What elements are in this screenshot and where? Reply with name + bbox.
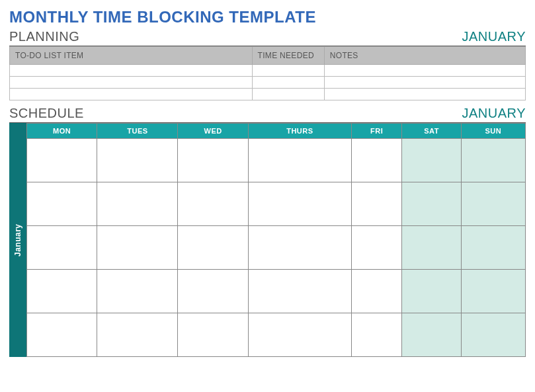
planning-cell-item[interactable] xyxy=(10,65,253,77)
schedule-header-tues: TUES xyxy=(97,124,178,139)
schedule-cell[interactable] xyxy=(248,226,351,270)
schedule-week-row xyxy=(27,270,526,313)
schedule-cell-weekend[interactable] xyxy=(461,313,525,357)
planning-cell-item[interactable] xyxy=(10,89,253,100)
schedule-cell[interactable] xyxy=(97,226,178,270)
schedule-month-label: JANUARY xyxy=(462,106,526,121)
schedule-cell[interactable] xyxy=(178,270,248,313)
schedule-week-row xyxy=(27,226,526,270)
schedule-cell-weekend[interactable] xyxy=(461,270,525,313)
schedule-section-bar: SCHEDULE JANUARY xyxy=(9,106,526,123)
planning-cell-notes[interactable] xyxy=(324,65,525,77)
schedule-cell[interactable] xyxy=(178,313,248,357)
planning-row xyxy=(10,77,526,89)
schedule-cell[interactable] xyxy=(27,313,97,357)
planning-section-label: PLANNING xyxy=(9,29,79,44)
schedule-cell[interactable] xyxy=(97,182,178,226)
schedule-cell[interactable] xyxy=(248,270,351,313)
schedule-cell[interactable] xyxy=(352,182,402,226)
planning-cell-time[interactable] xyxy=(252,89,324,100)
schedule-cell[interactable] xyxy=(352,313,402,357)
planning-table: TO-DO LIST ITEM TIME NEEDED NOTES xyxy=(9,46,526,100)
schedule-cell-weekend[interactable] xyxy=(402,313,461,357)
schedule-cell-weekend[interactable] xyxy=(461,182,525,226)
planning-cell-item[interactable] xyxy=(10,77,253,89)
schedule-cell[interactable] xyxy=(27,226,97,270)
schedule-header-thurs: THURS xyxy=(248,124,351,139)
schedule-cell[interactable] xyxy=(27,139,97,182)
schedule-header-mon: MON xyxy=(27,124,97,139)
planning-cell-time[interactable] xyxy=(252,77,324,89)
schedule-wrap: January MON TUES WED THURS FRI SAT SUN xyxy=(9,123,526,357)
planning-header-notes: NOTES xyxy=(324,47,525,65)
schedule-cell-weekend[interactable] xyxy=(402,226,461,270)
schedule-cell-weekend[interactable] xyxy=(402,139,461,182)
schedule-cell[interactable] xyxy=(97,313,178,357)
schedule-header-fri: FRI xyxy=(352,124,402,139)
schedule-cell[interactable] xyxy=(178,139,248,182)
schedule-cell[interactable] xyxy=(178,226,248,270)
schedule-week-row xyxy=(27,313,526,357)
planning-section-bar: PLANNING JANUARY xyxy=(9,29,526,46)
schedule-cell[interactable] xyxy=(352,270,402,313)
planning-header-item: TO-DO LIST ITEM xyxy=(10,47,253,65)
schedule-cell[interactable] xyxy=(97,270,178,313)
planning-row xyxy=(10,65,526,77)
planning-month-label: JANUARY xyxy=(462,29,526,44)
planning-cell-notes[interactable] xyxy=(324,89,525,100)
schedule-header-wed: WED xyxy=(178,124,248,139)
schedule-table: MON TUES WED THURS FRI SAT SUN xyxy=(26,123,526,357)
schedule-cell[interactable] xyxy=(352,226,402,270)
schedule-cell[interactable] xyxy=(248,313,351,357)
schedule-cell-weekend[interactable] xyxy=(402,270,461,313)
schedule-cell[interactable] xyxy=(27,270,97,313)
schedule-cell[interactable] xyxy=(248,139,351,182)
schedule-month-sidebar: January xyxy=(9,123,26,357)
planning-header-time: TIME NEEDED xyxy=(252,47,324,65)
schedule-week-row xyxy=(27,139,526,182)
schedule-header-sat: SAT xyxy=(402,124,461,139)
schedule-cell-weekend[interactable] xyxy=(461,226,525,270)
planning-row xyxy=(10,89,526,100)
schedule-cell[interactable] xyxy=(27,182,97,226)
schedule-cell[interactable] xyxy=(248,182,351,226)
schedule-header-sun: SUN xyxy=(461,124,525,139)
page-title: MONTHLY TIME BLOCKING TEMPLATE xyxy=(9,8,526,26)
planning-cell-notes[interactable] xyxy=(324,77,525,89)
schedule-week-row xyxy=(27,182,526,226)
schedule-cell-weekend[interactable] xyxy=(402,182,461,226)
schedule-cell[interactable] xyxy=(178,182,248,226)
schedule-cell[interactable] xyxy=(97,139,178,182)
schedule-cell-weekend[interactable] xyxy=(461,139,525,182)
schedule-cell[interactable] xyxy=(352,139,402,182)
schedule-section-label: SCHEDULE xyxy=(9,106,84,121)
planning-cell-time[interactable] xyxy=(252,65,324,77)
